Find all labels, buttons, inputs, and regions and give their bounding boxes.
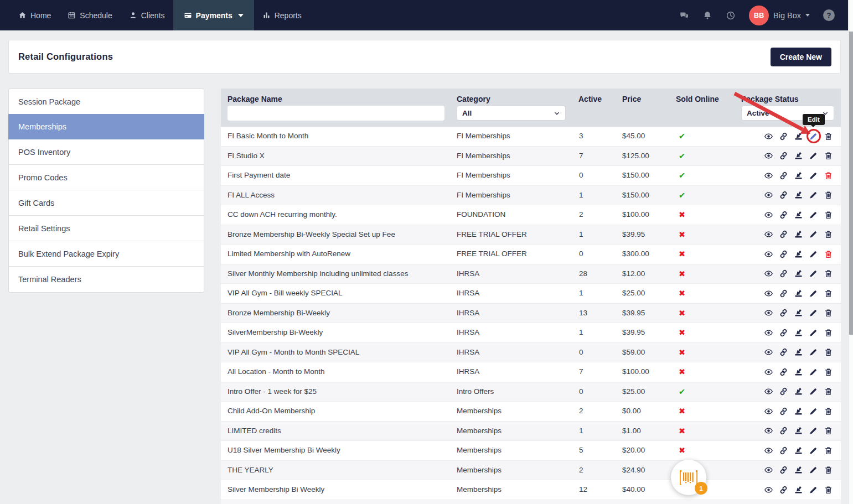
link-icon[interactable] <box>779 210 788 220</box>
edit-pencil-icon[interactable] <box>809 446 818 455</box>
export-icon[interactable] <box>794 407 803 416</box>
delete-trash-icon[interactable] <box>824 347 833 357</box>
edit-pencil-icon[interactable] <box>809 485 818 495</box>
delete-trash-icon[interactable] <box>824 446 833 455</box>
view-eye-icon[interactable] <box>764 250 773 259</box>
view-eye-icon[interactable] <box>764 289 773 298</box>
delete-trash-icon[interactable] <box>824 387 833 396</box>
delete-trash-icon[interactable] <box>824 132 833 141</box>
link-icon[interactable] <box>779 308 788 318</box>
delete-trash-icon[interactable] <box>824 485 833 495</box>
nav-item-reports[interactable]: Reports <box>254 0 310 30</box>
scrollbar-thumb[interactable] <box>849 32 853 335</box>
sidebar-item-promo-codes[interactable]: Promo Codes <box>9 165 204 190</box>
export-icon[interactable] <box>794 210 803 220</box>
view-eye-icon[interactable] <box>764 230 773 239</box>
delete-trash-icon[interactable] <box>824 269 833 278</box>
export-icon[interactable] <box>794 328 803 337</box>
sidebar-item-bulk-extend-package-expiry[interactable]: Bulk Extend Package Expiry <box>9 241 204 267</box>
export-icon[interactable] <box>794 465 803 475</box>
edit-pencil-icon[interactable] <box>809 407 818 416</box>
delete-trash-icon[interactable] <box>824 426 833 435</box>
nav-item-schedule[interactable]: Schedule <box>59 0 120 30</box>
view-eye-icon[interactable] <box>764 387 773 396</box>
edit-pencil-icon[interactable] <box>809 465 818 475</box>
avatar[interactable]: BB <box>749 6 769 25</box>
link-icon[interactable] <box>779 289 788 298</box>
export-icon[interactable] <box>794 308 803 318</box>
export-icon[interactable] <box>794 269 803 278</box>
export-icon[interactable] <box>794 190 803 200</box>
view-eye-icon[interactable] <box>764 171 773 180</box>
link-icon[interactable] <box>779 151 788 160</box>
export-icon[interactable] <box>794 289 803 298</box>
delete-trash-icon[interactable] <box>824 230 833 239</box>
delete-trash-icon[interactable] <box>824 171 833 180</box>
edit-pencil-icon[interactable] <box>809 387 818 396</box>
link-icon[interactable] <box>779 347 788 357</box>
page-scrollbar[interactable] <box>848 0 853 504</box>
edit-pencil-icon[interactable] <box>809 328 818 337</box>
user-menu[interactable]: BB Big Box <box>749 6 810 25</box>
help-icon[interactable]: ? <box>823 9 835 21</box>
sidebar-item-session-package[interactable]: Session Package <box>9 89 204 115</box>
view-eye-icon[interactable] <box>764 465 773 475</box>
export-icon[interactable] <box>794 387 803 396</box>
view-eye-icon[interactable] <box>764 151 773 160</box>
edit-pencil-icon[interactable] <box>809 347 818 357</box>
link-icon[interactable] <box>779 485 788 495</box>
create-new-button[interactable]: Create New <box>771 48 831 66</box>
view-eye-icon[interactable] <box>764 190 773 200</box>
edit-pencil-icon[interactable] <box>809 190 818 200</box>
edit-pencil-icon[interactable] <box>809 367 818 377</box>
edit-pencil-icon[interactable] <box>809 171 818 180</box>
edit-pencil-icon[interactable] <box>809 151 818 160</box>
view-eye-icon[interactable] <box>764 407 773 416</box>
link-icon[interactable] <box>779 250 788 259</box>
chat-icon[interactable] <box>679 11 689 20</box>
delete-trash-icon[interactable] <box>824 328 833 337</box>
view-eye-icon[interactable] <box>764 308 773 318</box>
edit-pencil-icon[interactable] <box>809 230 818 239</box>
link-icon[interactable] <box>779 407 788 416</box>
view-eye-icon[interactable] <box>764 269 773 278</box>
view-eye-icon[interactable] <box>764 367 773 377</box>
nav-item-home[interactable]: Home <box>10 0 59 30</box>
delete-trash-icon[interactable] <box>824 190 833 200</box>
delete-trash-icon[interactable] <box>824 289 833 298</box>
view-eye-icon[interactable] <box>764 426 773 435</box>
link-icon[interactable] <box>779 230 788 239</box>
edit-pencil-icon[interactable] <box>809 210 818 220</box>
export-icon[interactable] <box>794 446 803 455</box>
link-icon[interactable] <box>779 387 788 396</box>
link-icon[interactable] <box>779 465 788 475</box>
export-icon[interactable] <box>794 230 803 239</box>
edit-pencil-icon[interactable] <box>809 250 818 259</box>
export-icon[interactable] <box>794 367 803 377</box>
link-icon[interactable] <box>779 132 788 141</box>
delete-trash-icon[interactable] <box>824 465 833 475</box>
bell-icon[interactable] <box>702 11 712 20</box>
export-icon[interactable] <box>794 171 803 180</box>
link-icon[interactable] <box>779 328 788 337</box>
delete-trash-icon[interactable] <box>824 151 833 160</box>
link-icon[interactable] <box>779 426 788 435</box>
link-icon[interactable] <box>779 446 788 455</box>
delete-trash-icon[interactable] <box>824 250 833 259</box>
view-eye-icon[interactable] <box>764 210 773 220</box>
edit-pencil-icon[interactable] <box>809 132 818 141</box>
nav-item-clients[interactable]: Clients <box>121 0 173 30</box>
link-icon[interactable] <box>779 171 788 180</box>
export-icon[interactable] <box>794 132 803 141</box>
edit-pencil-icon[interactable] <box>809 269 818 278</box>
sidebar-item-retail-settings[interactable]: Retail Settings <box>9 216 204 241</box>
delete-trash-icon[interactable] <box>824 367 833 377</box>
view-eye-icon[interactable] <box>764 446 773 455</box>
link-icon[interactable] <box>779 269 788 278</box>
package-name-filter-input[interactable] <box>228 106 444 121</box>
edit-pencil-icon[interactable] <box>809 289 818 298</box>
sidebar-item-terminal-readers[interactable]: Terminal Readers <box>9 267 204 292</box>
sidebar-item-pos-inventory[interactable]: POS Inventory <box>9 139 204 165</box>
edit-pencil-icon[interactable] <box>809 426 818 435</box>
delete-trash-icon[interactable] <box>824 407 833 416</box>
